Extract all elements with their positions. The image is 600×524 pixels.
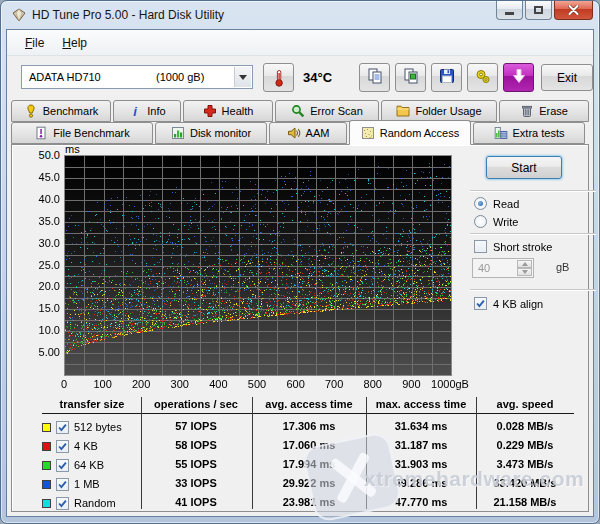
chevron-down-icon: [239, 75, 247, 80]
spinner-up-button[interactable]: [517, 260, 532, 268]
drive-capacity: (1000 gB): [156, 66, 204, 88]
read-radio[interactable]: Read: [474, 197, 519, 210]
titlebar[interactable]: HD Tune Pro 5.00 - Hard Disk Utility: [1, 1, 599, 29]
random-access-icon: [361, 126, 375, 140]
random-access-panel: ms 50.045.040.035.030.025.020.015.010.05…: [11, 144, 589, 512]
series-checkbox[interactable]: [56, 440, 69, 453]
series-color-swatch: [42, 423, 51, 432]
app-icon: [12, 8, 26, 22]
write-radio[interactable]: Write: [474, 215, 518, 228]
transfer-size-label: 512 bytes: [74, 421, 122, 433]
app-window: HD Tune Pro 5.00 - Hard Disk Utility Fil…: [0, 0, 600, 524]
exit-button[interactable]: Exit: [541, 64, 593, 91]
table-row-64-kb: 64 KB: [42, 456, 104, 474]
y-tick-label: 10.0: [16, 324, 60, 336]
ops-value: 33 IOPS: [141, 477, 251, 489]
y-tick-label: 20.0: [16, 280, 60, 292]
tab-random-access[interactable]: Random Access: [349, 120, 471, 145]
tab-label: Extra tests: [513, 127, 565, 139]
series-color-swatch: [42, 480, 51, 489]
tab-label: Error Scan: [310, 105, 363, 117]
thermometer-icon: [271, 69, 287, 87]
tab-erase[interactable]: Erase: [499, 100, 589, 122]
avg-speed-value: 33.420 MB/s: [470, 477, 580, 489]
down-arrow-icon: [510, 67, 528, 88]
drive-selector[interactable]: ADATA HD710 (1000 gB): [21, 65, 253, 89]
y-tick-label: 40.0: [16, 193, 60, 205]
start-button[interactable]: Start: [486, 156, 562, 179]
avg-access-value: 29.922 ms: [254, 477, 364, 489]
options-icon: [474, 67, 492, 88]
app-body: FileHelp ADATA HD710 (1000 gB) 34°C Exit…: [6, 29, 594, 517]
spinner-down-button[interactable]: [517, 268, 532, 276]
tab-info[interactable]: iInfo: [113, 100, 181, 122]
series-checkbox[interactable]: [56, 459, 69, 472]
short-stroke-size-spinner[interactable]: 40: [472, 258, 534, 278]
column-divider: [141, 397, 142, 509]
health-icon: [203, 104, 217, 118]
tab-aam[interactable]: AAM: [269, 122, 347, 144]
transfer-size-label: 4 KB: [74, 440, 98, 452]
series-checkbox[interactable]: [56, 421, 69, 434]
arrow-up-icon: [522, 262, 528, 266]
capture-button[interactable]: [503, 63, 534, 92]
separator: [470, 233, 596, 235]
folder-usage-icon: [396, 104, 410, 118]
info-icon: i: [128, 104, 142, 118]
y-tick-label: 15.0: [16, 302, 60, 314]
tab-disk-monitor[interactable]: Disk monitor: [155, 122, 267, 144]
avg-speed-value: 0.229 MB/s: [470, 439, 580, 451]
y-tick-label: 30.0: [16, 237, 60, 249]
column-divider: [366, 397, 367, 509]
aam-icon: [287, 126, 301, 140]
menu-help[interactable]: Help: [53, 33, 96, 53]
temperature-button[interactable]: [263, 63, 294, 92]
align-checkbox[interactable]: 4 KB align: [474, 297, 543, 310]
tab-row-2: File BenchmarkDisk monitorAAMRandom Acce…: [9, 122, 591, 144]
file-benchmark-icon: [34, 126, 48, 140]
tab-file-benchmark[interactable]: File Benchmark: [11, 122, 153, 144]
series-checkbox[interactable]: [56, 478, 69, 491]
copy-image-button[interactable]: [395, 63, 426, 92]
copy-text-button[interactable]: [359, 63, 390, 92]
options-button[interactable]: [467, 63, 498, 92]
avg-access-value: 17.306 ms: [254, 420, 364, 432]
ops-value: 55 IOPS: [141, 458, 251, 470]
max-access-value: 31.187 ms: [366, 439, 476, 451]
tab-health[interactable]: Health: [183, 100, 273, 122]
header-underline: [42, 413, 574, 414]
separator: [470, 190, 596, 192]
close-button[interactable]: [554, 1, 593, 20]
drive-selector-dropdown[interactable]: [234, 67, 251, 87]
tab-label: Health: [222, 105, 254, 117]
menu-file[interactable]: File: [16, 33, 53, 53]
arrow-down-icon: [522, 270, 528, 274]
tab-extra-tests[interactable]: Extra tests: [473, 122, 585, 144]
y-tick-label: 45.0: [16, 171, 60, 183]
series-color-swatch: [42, 499, 51, 508]
spinner-value: 40: [478, 262, 490, 274]
series-checkbox[interactable]: [56, 497, 69, 510]
window-title: HD Tune Pro 5.00 - Hard Disk Utility: [32, 8, 224, 22]
short-stroke-checkbox[interactable]: Short stroke: [474, 240, 552, 253]
erase-icon: [520, 104, 534, 118]
series-color-swatch: [42, 461, 51, 470]
tab-error-scan[interactable]: Error Scan: [275, 100, 379, 122]
avg-access-value: 23.981 ms: [254, 496, 364, 508]
y-axis-unit-label: ms: [65, 143, 80, 155]
copy-icon: [366, 67, 384, 88]
max-access-value: 31.634 ms: [366, 420, 476, 432]
maximize-button[interactable]: [525, 1, 552, 20]
y-tick-label: 25.0: [16, 259, 60, 271]
read-label: Read: [493, 198, 519, 210]
transfer-size-label: Random: [74, 497, 116, 509]
separator: [470, 289, 596, 291]
minimize-button[interactable]: [496, 1, 523, 20]
toolbar: ADATA HD710 (1000 gB) 34°C Exit: [7, 56, 593, 100]
save-button[interactable]: [431, 63, 462, 92]
column-divider: [476, 397, 477, 509]
tab-benchmark[interactable]: Benchmark: [11, 100, 111, 122]
write-label: Write: [493, 216, 518, 228]
menu-bar: FileHelp: [7, 30, 593, 56]
tab-folder-usage[interactable]: Folder Usage: [381, 100, 497, 122]
